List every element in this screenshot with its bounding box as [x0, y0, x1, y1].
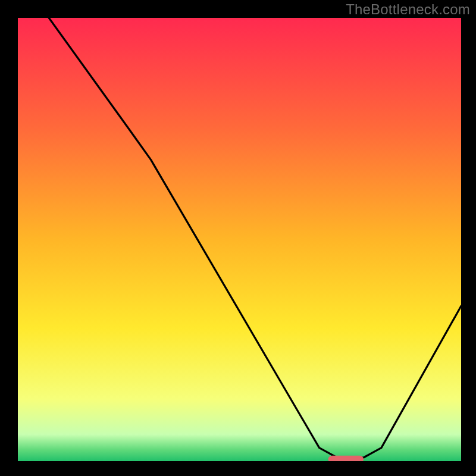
- chart-gradient-bg: [18, 18, 461, 461]
- optimal-band-marker: [328, 456, 364, 461]
- attribution-text: TheBottleneck.com: [346, 1, 470, 18]
- bottleneck-chart: [18, 18, 461, 461]
